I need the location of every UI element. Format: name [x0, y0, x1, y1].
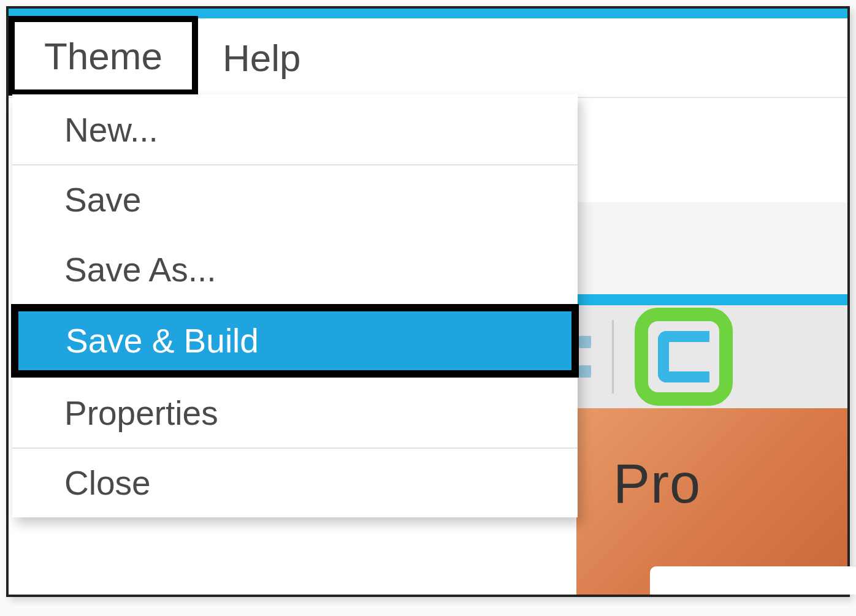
menu-theme-label: Theme: [44, 34, 162, 78]
toolbar-strip: [576, 305, 847, 408]
dropdown-save-build[interactable]: Save & Build: [11, 304, 579, 378]
theme-dropdown: New... Save Save As... Save & Build Prop…: [12, 94, 578, 517]
content-header-strip: [576, 202, 847, 294]
dropdown-new[interactable]: New...: [12, 94, 578, 164]
window-frame: Theme Help New... Save Save As... Save &…: [6, 6, 850, 597]
dropdown-close[interactable]: Close: [12, 447, 578, 517]
menubar: Theme Help: [9, 18, 847, 98]
app-logo-icon[interactable]: [635, 308, 733, 406]
dropdown-save[interactable]: Save: [12, 164, 578, 234]
dropdown-save-as-label: Save As...: [64, 251, 216, 289]
dropdown-save-label: Save: [64, 181, 141, 219]
dropdown-close-label: Close: [64, 464, 151, 502]
logo-c-icon: [658, 331, 709, 382]
content-area: Pro: [576, 202, 847, 595]
dropdown-properties[interactable]: Properties: [12, 378, 578, 447]
hero-title: Pro: [613, 452, 701, 515]
dropdown-new-label: New...: [64, 111, 158, 149]
hero-banner: Pro: [576, 408, 847, 595]
dropdown-save-as[interactable]: Save As...: [12, 234, 578, 304]
hero-card-fragment: [650, 566, 856, 595]
content-accent-bar: [576, 294, 847, 305]
menu-help-label: Help: [223, 36, 301, 80]
toolbar-separator: [612, 320, 614, 394]
grip-dot: [579, 336, 591, 348]
menu-theme[interactable]: Theme: [9, 16, 198, 96]
dropdown-properties-label: Properties: [64, 394, 218, 432]
grip-dot: [579, 365, 591, 378]
dropdown-save-build-label: Save & Build: [66, 322, 259, 360]
menu-help[interactable]: Help: [198, 18, 326, 97]
drag-grip-icon[interactable]: [579, 336, 591, 378]
